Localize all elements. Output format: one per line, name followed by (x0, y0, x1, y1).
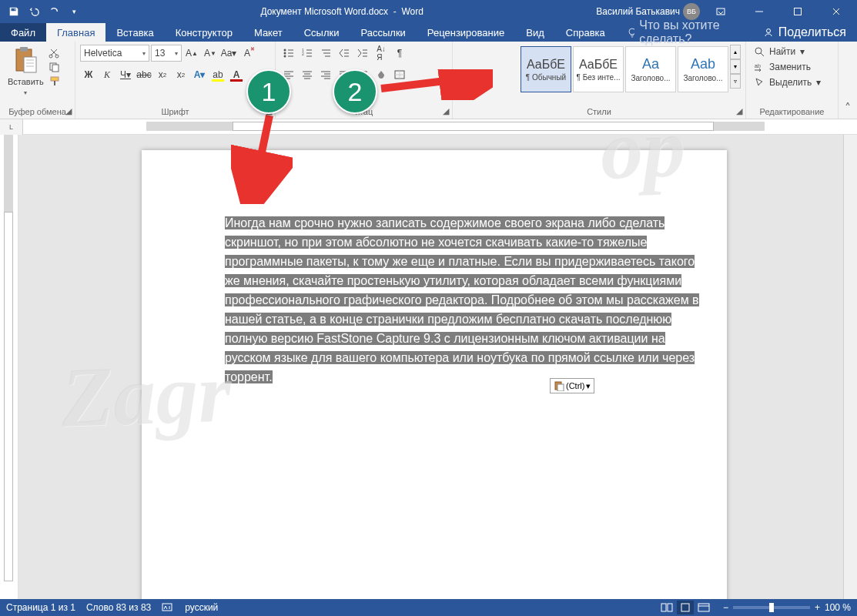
tab-insert[interactable]: Вставка (105, 23, 164, 42)
paste-options-flyout[interactable]: (Ctrl) ▾ (550, 378, 594, 393)
status-words[interactable]: Слово 83 из 83 (86, 602, 151, 613)
svg-point-5 (629, 28, 634, 35)
share-button[interactable]: Поделиться (752, 23, 857, 42)
decrease-indent-button[interactable] (336, 45, 353, 62)
collapse-ribbon-button[interactable]: ˄ (839, 42, 857, 119)
user-name[interactable]: Василий Батькавич (596, 6, 680, 17)
clear-format-button[interactable]: A✖ (239, 45, 256, 62)
svg-point-15 (284, 49, 286, 52)
selected-text[interactable]: Иногда нам срочно нужно записать содержи… (225, 213, 713, 387)
sort-button[interactable]: A↓Я (373, 45, 390, 62)
tab-view[interactable]: Вид (515, 23, 555, 42)
bold-button[interactable]: Ж (80, 66, 97, 83)
styles-launcher[interactable]: ◢ (735, 106, 744, 116)
zoom-level[interactable]: 100 % (825, 602, 851, 613)
font-name-combo[interactable]: Helvetica▾ (80, 45, 149, 62)
qat-customize-icon[interactable]: ▾ (65, 2, 83, 21)
cut-button[interactable] (49, 48, 62, 59)
style-item[interactable]: АаbЗаголово... (678, 46, 728, 92)
multilevel-button[interactable] (317, 45, 334, 62)
maximize-button[interactable] (780, 0, 815, 23)
find-button[interactable]: Найти▾ (751, 45, 824, 59)
svg-rect-29 (698, 604, 709, 611)
view-buttons (658, 601, 712, 614)
svg-rect-27 (668, 604, 672, 611)
style-item[interactable]: АаБбЕ¶ Без инте... (573, 46, 624, 92)
svg-text:2: 2 (302, 52, 304, 56)
gallery-down-button[interactable]: ▾ (730, 59, 741, 74)
style-item[interactable]: АаБбЕ¶ Обычный (521, 46, 571, 92)
tell-me[interactable]: Что вы хотите сделать? (616, 23, 752, 42)
gallery-up-button[interactable]: ▴ (730, 45, 741, 59)
change-case-button[interactable]: Aa▾ (220, 45, 237, 62)
group-styles: АаБбЕ¶ ОбычныйАаБбЕ¶ Без инте...АаЗаголо… (453, 42, 746, 119)
zoom-in-button[interactable]: + (815, 602, 820, 613)
document-workspace: Иногда нам срочно нужно записать содержи… (0, 135, 857, 599)
paste-button[interactable]: Вставить ▾ (5, 45, 47, 98)
font-size-combo[interactable]: 13▾ (151, 45, 182, 62)
read-mode-button[interactable] (658, 601, 675, 614)
document-canvas[interactable]: Иногда нам срочно нужно записать содержи… (18, 135, 843, 599)
tab-mailings[interactable]: Рассылки (350, 23, 416, 42)
increase-indent-button[interactable] (354, 45, 371, 62)
group-editing: Найти▾ abЗаменить Выделить▾ Редактирован… (746, 42, 839, 119)
web-layout-button[interactable] (695, 601, 712, 614)
spellcheck-icon[interactable] (162, 601, 174, 614)
select-button[interactable]: Выделить▾ (751, 75, 824, 89)
annotation-arrow-1 (231, 112, 293, 204)
tab-references[interactable]: Ссылки (293, 23, 350, 42)
show-marks-button[interactable]: ¶ (391, 45, 408, 62)
copy-button[interactable] (49, 62, 62, 72)
gallery-more-button[interactable]: ▿ (730, 74, 741, 89)
scrollbar-vertical[interactable] (843, 135, 857, 599)
search-icon (754, 46, 765, 57)
style-item[interactable]: АаЗаголово... (625, 46, 676, 92)
shrink-font-button[interactable]: A▼ (202, 45, 219, 62)
superscript-button[interactable]: x2 (172, 66, 189, 83)
text-effects-button[interactable]: A▾ (191, 66, 208, 83)
strike-button[interactable]: abc (136, 66, 152, 83)
print-layout-button[interactable] (677, 601, 694, 614)
format-painter-button[interactable] (49, 75, 62, 86)
page: Иногда нам срочно нужно записать содержи… (142, 150, 727, 599)
highlight-button[interactable]: ab (209, 66, 226, 83)
svg-rect-13 (52, 65, 59, 72)
user-avatar[interactable]: ВБ (683, 3, 700, 20)
svg-rect-9 (24, 57, 36, 72)
minimize-button[interactable] (742, 0, 777, 23)
svg-text:ab: ab (755, 63, 761, 69)
clipboard-launcher[interactable]: ◢ (64, 106, 73, 116)
paragraph-launcher[interactable]: ◢ (441, 106, 450, 116)
tab-help[interactable]: Справка (555, 23, 616, 42)
save-button[interactable] (5, 2, 23, 21)
align-right-button[interactable] (317, 66, 334, 83)
underline-button[interactable]: Ч▾ (117, 66, 134, 83)
tab-home[interactable]: Главная (46, 23, 105, 42)
zoom-slider[interactable] (733, 606, 810, 609)
svg-rect-24 (557, 384, 564, 391)
tab-file[interactable]: Файл (0, 23, 46, 42)
subscript-button[interactable]: x2 (154, 66, 171, 83)
align-center-button[interactable] (299, 66, 316, 83)
bullets-button[interactable] (280, 45, 297, 62)
tab-selector[interactable]: L (0, 119, 23, 135)
share-icon (763, 27, 774, 38)
svg-rect-2 (795, 8, 802, 15)
status-page[interactable]: Страница 1 из 1 (6, 602, 75, 613)
tab-layout[interactable]: Макет (243, 23, 293, 42)
svg-point-17 (284, 55, 286, 58)
grow-font-button[interactable]: A▲ (183, 45, 200, 62)
tab-design[interactable]: Конструктор (165, 23, 243, 42)
italic-button[interactable]: К (99, 66, 115, 83)
font-color-button[interactable]: A (228, 66, 245, 83)
replace-button[interactable]: abЗаменить (751, 60, 824, 74)
close-button[interactable] (819, 0, 854, 23)
redo-button[interactable] (45, 2, 63, 21)
zoom-out-button[interactable]: − (723, 602, 728, 613)
svg-rect-26 (661, 604, 666, 611)
svg-point-16 (284, 52, 286, 55)
tab-review[interactable]: Рецензирование (417, 23, 515, 42)
numbering-button[interactable]: 12 (299, 45, 316, 62)
status-language[interactable]: русский (185, 602, 218, 613)
undo-button[interactable] (25, 2, 43, 21)
